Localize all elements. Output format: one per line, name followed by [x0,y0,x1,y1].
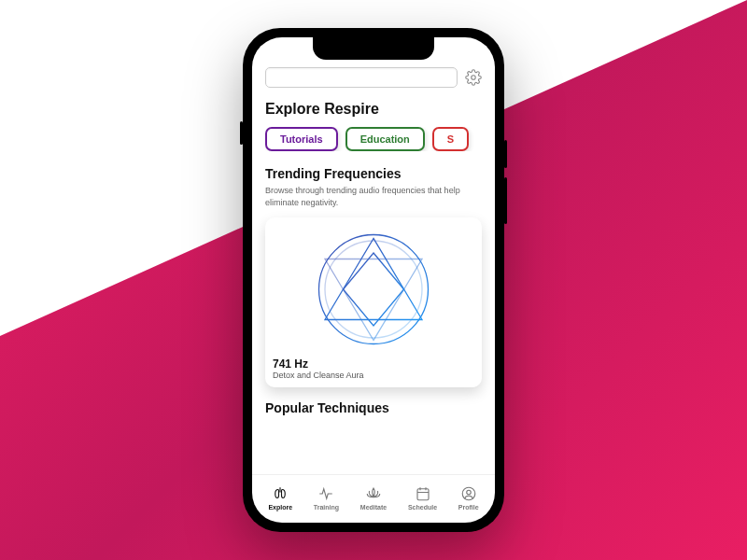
screen: Explore Respire Tutorials Education S Tr… [252,37,495,523]
category-chips: Tutorials Education S [265,127,482,151]
search-input[interactable] [265,67,458,88]
pulse-icon [317,485,335,502]
lungs-icon [271,485,289,502]
lotus-icon [364,485,383,502]
profile-icon [459,485,478,502]
gear-icon[interactable] [465,69,482,86]
nav-schedule[interactable]: Schedule [408,485,437,511]
phone-frame: Explore Respire Tutorials Education S Tr… [243,28,504,532]
page-title: Explore Respire [265,101,482,118]
nav-meditate[interactable]: Meditate [360,485,387,511]
nav-training[interactable]: Training [314,485,339,511]
nav-explore[interactable]: Explore [268,485,292,511]
frequency-hz: 741 Hz [273,357,474,371]
svg-point-13 [466,490,471,495]
svg-point-0 [472,76,476,80]
bottom-nav: Explore Training Meditate Schedule Profi… [252,474,495,523]
chip-more[interactable]: S [432,127,469,151]
notch [313,37,434,60]
chip-education[interactable]: Education [345,127,425,151]
trending-desc: Browse through trending audio frequencie… [265,185,482,208]
frequency-subtitle: Detox and Cleanse Aura [273,371,474,380]
sacred-geometry-icon [313,229,434,350]
trending-title: Trending Frequencies [265,166,482,181]
frequency-card[interactable]: 741 Hz Detox and Cleanse Aura [265,217,482,387]
nav-profile[interactable]: Profile [458,485,479,511]
calendar-icon [414,485,432,502]
chip-tutorials[interactable]: Tutorials [265,127,338,151]
svg-rect-8 [417,489,429,500]
popular-title: Popular Techniques [265,400,482,415]
